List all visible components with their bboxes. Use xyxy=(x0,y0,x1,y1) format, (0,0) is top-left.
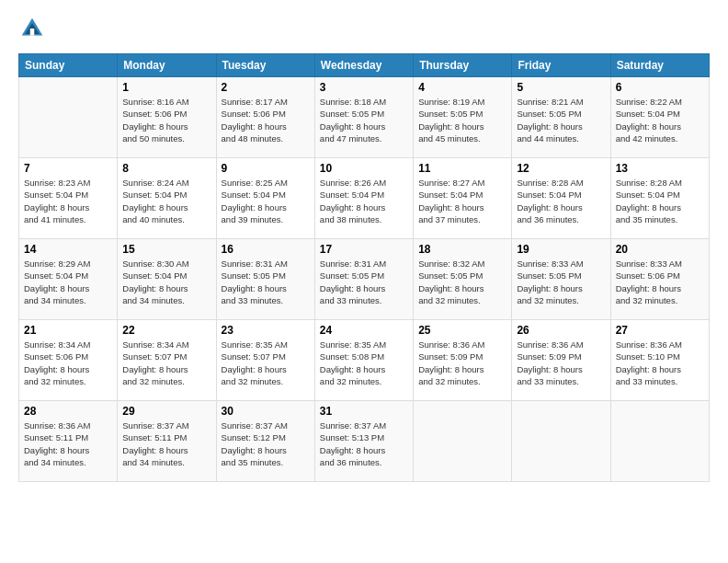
day-number: 28 xyxy=(24,405,112,418)
day-info: Sunrise: 8:21 AM Sunset: 5:05 PM Dayligh… xyxy=(517,96,605,144)
day-number: 16 xyxy=(222,243,310,256)
calendar-cell: 12Sunrise: 8:28 AM Sunset: 5:04 PM Dayli… xyxy=(512,158,610,239)
day-number: 10 xyxy=(320,162,408,175)
calendar-cell: 11Sunrise: 8:27 AM Sunset: 5:04 PM Dayli… xyxy=(414,158,512,239)
day-number: 12 xyxy=(517,162,605,175)
day-number: 20 xyxy=(616,243,704,256)
day-info: Sunrise: 8:36 AM Sunset: 5:11 PM Dayligh… xyxy=(24,419,112,468)
calendar-cell: 25Sunrise: 8:36 AM Sunset: 5:09 PM Dayli… xyxy=(414,320,512,401)
day-number: 22 xyxy=(122,324,210,337)
day-number: 6 xyxy=(616,81,704,94)
day-number: 30 xyxy=(222,405,310,418)
day-number: 5 xyxy=(517,81,605,94)
calendar-cell xyxy=(512,401,610,482)
day-number: 21 xyxy=(24,324,112,337)
calendar-cell: 29Sunrise: 8:37 AM Sunset: 5:11 PM Dayli… xyxy=(118,401,216,482)
day-info: Sunrise: 8:30 AM Sunset: 5:04 PM Dayligh… xyxy=(122,258,210,306)
day-number: 7 xyxy=(24,162,112,175)
day-number: 15 xyxy=(122,243,210,256)
calendar-cell: 28Sunrise: 8:36 AM Sunset: 5:11 PM Dayli… xyxy=(19,401,118,482)
week-row: 7Sunrise: 8:23 AM Sunset: 5:04 PM Daylig… xyxy=(19,158,710,239)
calendar-cell: 24Sunrise: 8:35 AM Sunset: 5:08 PM Dayli… xyxy=(314,320,413,401)
day-number: 29 xyxy=(122,405,210,418)
week-row: 28Sunrise: 8:36 AM Sunset: 5:11 PM Dayli… xyxy=(19,401,710,482)
calendar-cell: 27Sunrise: 8:36 AM Sunset: 5:10 PM Dayli… xyxy=(610,320,709,401)
page: SundayMondayTuesdayWednesdayThursdayFrid… xyxy=(0,0,728,563)
day-number: 25 xyxy=(418,324,506,337)
calendar-cell: 1Sunrise: 8:16 AM Sunset: 5:06 PM Daylig… xyxy=(118,77,216,158)
calendar-cell: 13Sunrise: 8:28 AM Sunset: 5:04 PM Dayli… xyxy=(610,158,709,239)
header-day: Saturday xyxy=(610,54,709,77)
day-info: Sunrise: 8:17 AM Sunset: 5:06 PM Dayligh… xyxy=(222,96,310,144)
calendar-cell xyxy=(414,401,512,482)
week-row: 1Sunrise: 8:16 AM Sunset: 5:06 PM Daylig… xyxy=(19,77,710,158)
day-number: 17 xyxy=(320,243,408,256)
calendar-cell: 4Sunrise: 8:19 AM Sunset: 5:05 PM Daylig… xyxy=(414,77,512,158)
day-info: Sunrise: 8:37 AM Sunset: 5:13 PM Dayligh… xyxy=(320,419,408,468)
calendar-table: SundayMondayTuesdayWednesdayThursdayFrid… xyxy=(18,53,710,482)
day-number: 14 xyxy=(24,243,112,256)
day-number: 8 xyxy=(122,162,210,175)
day-info: Sunrise: 8:36 AM Sunset: 5:09 PM Dayligh… xyxy=(517,339,605,387)
day-info: Sunrise: 8:31 AM Sunset: 5:05 PM Dayligh… xyxy=(222,258,310,306)
day-number: 26 xyxy=(517,324,605,337)
day-number: 11 xyxy=(418,162,506,175)
day-info: Sunrise: 8:36 AM Sunset: 5:10 PM Dayligh… xyxy=(616,339,704,387)
header-day: Tuesday xyxy=(216,54,314,77)
calendar-cell: 31Sunrise: 8:37 AM Sunset: 5:13 PM Dayli… xyxy=(314,401,413,482)
day-number: 19 xyxy=(517,243,605,256)
header-day: Friday xyxy=(512,54,610,77)
day-number: 23 xyxy=(222,324,310,337)
day-info: Sunrise: 8:26 AM Sunset: 5:04 PM Dayligh… xyxy=(320,177,408,225)
header-day: Sunday xyxy=(19,54,118,77)
day-number: 4 xyxy=(418,81,506,94)
calendar-cell xyxy=(610,401,709,482)
day-info: Sunrise: 8:37 AM Sunset: 5:12 PM Dayligh… xyxy=(222,419,310,468)
day-number: 24 xyxy=(320,324,408,337)
header-day: Thursday xyxy=(414,54,512,77)
day-number: 2 xyxy=(222,81,310,94)
day-info: Sunrise: 8:28 AM Sunset: 5:04 PM Dayligh… xyxy=(517,177,605,225)
calendar-cell: 26Sunrise: 8:36 AM Sunset: 5:09 PM Dayli… xyxy=(512,320,610,401)
calendar-cell: 7Sunrise: 8:23 AM Sunset: 5:04 PM Daylig… xyxy=(19,158,118,239)
day-info: Sunrise: 8:36 AM Sunset: 5:09 PM Dayligh… xyxy=(418,339,506,387)
calendar-cell: 20Sunrise: 8:33 AM Sunset: 5:06 PM Dayli… xyxy=(610,239,709,320)
calendar-cell: 2Sunrise: 8:17 AM Sunset: 5:06 PM Daylig… xyxy=(216,77,314,158)
day-info: Sunrise: 8:25 AM Sunset: 5:04 PM Dayligh… xyxy=(222,177,310,225)
header-row: SundayMondayTuesdayWednesdayThursdayFrid… xyxy=(19,54,710,77)
header-day: Wednesday xyxy=(314,54,413,77)
day-info: Sunrise: 8:18 AM Sunset: 5:05 PM Dayligh… xyxy=(320,96,408,144)
calendar-cell: 17Sunrise: 8:31 AM Sunset: 5:05 PM Dayli… xyxy=(314,239,413,320)
day-number: 27 xyxy=(616,324,704,337)
day-info: Sunrise: 8:16 AM Sunset: 5:06 PM Dayligh… xyxy=(122,96,210,144)
header-day: Monday xyxy=(118,54,216,77)
calendar-cell: 8Sunrise: 8:24 AM Sunset: 5:04 PM Daylig… xyxy=(118,158,216,239)
day-info: Sunrise: 8:27 AM Sunset: 5:04 PM Dayligh… xyxy=(418,177,506,225)
logo-icon xyxy=(18,15,46,42)
day-info: Sunrise: 8:29 AM Sunset: 5:04 PM Dayligh… xyxy=(24,258,112,306)
calendar-cell: 3Sunrise: 8:18 AM Sunset: 5:05 PM Daylig… xyxy=(314,77,413,158)
day-info: Sunrise: 8:31 AM Sunset: 5:05 PM Dayligh… xyxy=(320,258,408,306)
logo xyxy=(18,15,50,42)
day-info: Sunrise: 8:24 AM Sunset: 5:04 PM Dayligh… xyxy=(122,177,210,225)
calendar-cell: 19Sunrise: 8:33 AM Sunset: 5:05 PM Dayli… xyxy=(512,239,610,320)
calendar-cell: 21Sunrise: 8:34 AM Sunset: 5:06 PM Dayli… xyxy=(19,320,118,401)
week-row: 21Sunrise: 8:34 AM Sunset: 5:06 PM Dayli… xyxy=(19,320,710,401)
day-info: Sunrise: 8:32 AM Sunset: 5:05 PM Dayligh… xyxy=(418,258,506,306)
day-number: 13 xyxy=(616,162,704,175)
week-row: 14Sunrise: 8:29 AM Sunset: 5:04 PM Dayli… xyxy=(19,239,710,320)
day-info: Sunrise: 8:37 AM Sunset: 5:11 PM Dayligh… xyxy=(122,419,210,468)
day-info: Sunrise: 8:19 AM Sunset: 5:05 PM Dayligh… xyxy=(418,96,506,144)
calendar-cell: 10Sunrise: 8:26 AM Sunset: 5:04 PM Dayli… xyxy=(314,158,413,239)
calendar-cell: 5Sunrise: 8:21 AM Sunset: 5:05 PM Daylig… xyxy=(512,77,610,158)
calendar-cell xyxy=(19,77,118,158)
day-info: Sunrise: 8:23 AM Sunset: 5:04 PM Dayligh… xyxy=(24,177,112,225)
day-info: Sunrise: 8:22 AM Sunset: 5:04 PM Dayligh… xyxy=(616,96,704,144)
day-info: Sunrise: 8:35 AM Sunset: 5:08 PM Dayligh… xyxy=(320,339,408,387)
calendar-cell: 16Sunrise: 8:31 AM Sunset: 5:05 PM Dayli… xyxy=(216,239,314,320)
day-number: 31 xyxy=(320,405,408,418)
svg-rect-2 xyxy=(30,29,35,36)
day-info: Sunrise: 8:35 AM Sunset: 5:07 PM Dayligh… xyxy=(222,339,310,387)
day-info: Sunrise: 8:34 AM Sunset: 5:06 PM Dayligh… xyxy=(24,339,112,387)
calendar-cell: 22Sunrise: 8:34 AM Sunset: 5:07 PM Dayli… xyxy=(118,320,216,401)
